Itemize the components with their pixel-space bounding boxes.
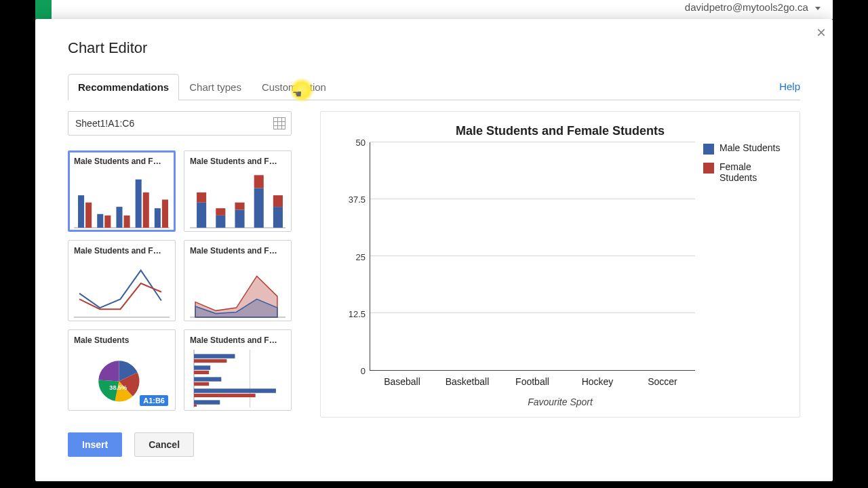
gridline	[370, 312, 695, 313]
thumb-preview	[74, 260, 170, 318]
y-tick-label: 12.5	[349, 308, 366, 319]
y-axis: 012.52537.550	[337, 142, 370, 371]
tab-label: Customization	[262, 81, 326, 93]
thumb-title: Male Students and F…	[74, 157, 170, 167]
thumb-range-badge: A1:B6	[140, 395, 168, 406]
gridline	[370, 256, 695, 256]
svg-rect-31	[194, 400, 220, 404]
svg-rect-32	[194, 359, 226, 363]
legend-item: Female Students	[703, 161, 783, 183]
svg-rect-19	[254, 175, 264, 188]
svg-rect-2	[97, 214, 103, 228]
svg-rect-7	[104, 216, 111, 228]
button-label: Cancel	[149, 439, 180, 450]
account-email-text: davidpetro@mytools2go.ca	[685, 1, 808, 13]
insert-button[interactable]: Insert	[68, 432, 122, 457]
svg-rect-13	[197, 192, 206, 203]
chart-editor-modal: × Chart Editor Recommendations Chart typ…	[35, 19, 833, 481]
thumb-title: Male Students and F…	[190, 336, 285, 346]
tabs-row: Recommendations Chart types Customizatio…	[68, 73, 800, 100]
y-tick-label: 25	[356, 251, 366, 262]
help-link-text: Help	[779, 81, 800, 92]
svg-rect-6	[85, 203, 92, 228]
x-axis-title: Favourite Sport	[337, 396, 783, 407]
x-tick-label: Baseball	[370, 371, 435, 387]
legend-swatch-icon	[703, 144, 714, 155]
recommendation-thumb-area[interactable]: Male Students and F…	[184, 240, 292, 321]
svg-rect-10	[162, 200, 168, 228]
svg-rect-14	[216, 216, 225, 228]
thumb-title: Male Students and F…	[190, 246, 285, 256]
recommendation-thumb-line[interactable]: Male Students and F…	[68, 240, 176, 321]
svg-rect-30	[194, 388, 276, 392]
sheets-app-background: davidpetro@mytools2go.ca	[35, 0, 833, 19]
select-range-icon[interactable]	[273, 117, 285, 129]
legend-label: Female Students	[719, 161, 783, 183]
svg-rect-27	[194, 354, 235, 358]
svg-rect-20	[273, 207, 283, 228]
svg-rect-17	[235, 203, 244, 210]
button-label: Insert	[82, 439, 108, 450]
x-axis-labels: BaseballBasketballFootballHockeySoccer	[370, 371, 695, 387]
thumb-preview	[74, 171, 170, 228]
svg-rect-29	[194, 377, 221, 381]
thumb-preview	[190, 260, 285, 318]
recommendation-thumb-pie[interactable]: Male Students	[68, 329, 176, 411]
legend-item: Male Students	[703, 142, 783, 155]
svg-text:38.5%: 38.5%	[109, 384, 127, 391]
x-tick-label: Soccer	[630, 371, 695, 387]
thumb-preview: 38.5% A1:B6	[74, 350, 170, 407]
cancel-button[interactable]: Cancel	[134, 432, 194, 457]
account-caret-icon	[815, 7, 821, 10]
svg-rect-16	[235, 209, 244, 228]
x-tick-label: Basketball	[435, 371, 500, 387]
y-tick-label: 50	[356, 138, 366, 148]
svg-rect-28	[194, 365, 210, 369]
svg-rect-33	[194, 371, 209, 374]
svg-rect-36	[194, 405, 197, 407]
recommendation-thumb-stacked-bar[interactable]: Male Students and F…	[184, 150, 292, 232]
account-email[interactable]: davidpetro@mytools2go.ca	[685, 1, 821, 13]
tab-recommendations[interactable]: Recommendations	[68, 74, 179, 100]
svg-rect-15	[216, 208, 225, 216]
legend: Male StudentsFemale Students	[695, 142, 783, 371]
y-tick-label: 0	[361, 366, 366, 376]
bars-area	[370, 142, 695, 370]
thumb-title: Male Students and F…	[74, 246, 170, 256]
tab-label: Chart types	[189, 81, 241, 93]
x-tick-label: Hockey	[565, 371, 630, 387]
chart-title: Male Students and Female Students	[337, 124, 783, 138]
dialog-title: Chart Editor	[68, 39, 800, 57]
thumb-title: Male Students and F…	[190, 157, 285, 167]
thumb-title: Male Students	[74, 336, 170, 346]
tab-customization[interactable]: Customization ☚	[252, 74, 336, 100]
svg-rect-8	[124, 216, 130, 228]
svg-rect-5	[155, 208, 161, 228]
svg-rect-35	[194, 394, 256, 397]
legend-label: Male Students	[719, 142, 781, 155]
svg-rect-3	[116, 207, 122, 228]
gridline	[370, 142, 695, 142]
thumb-preview	[190, 350, 285, 407]
x-tick-label: Football	[500, 371, 565, 387]
plot-area	[370, 142, 695, 371]
help-link[interactable]: Help	[779, 74, 800, 100]
legend-swatch-icon	[703, 163, 714, 174]
thumb-preview	[190, 171, 285, 228]
svg-rect-12	[197, 203, 206, 228]
chart-preview: Male Students and Female Students 012.52…	[320, 111, 800, 418]
tab-chart-types[interactable]: Chart types	[179, 74, 252, 100]
recommendation-thumb-hbar[interactable]: Male Students and F…	[184, 329, 292, 411]
recommendation-thumb-grouped-bar[interactable]: Male Students and F…	[68, 150, 176, 232]
sheets-logo-icon	[35, 0, 52, 19]
svg-rect-1	[78, 195, 84, 228]
gridline	[370, 199, 695, 199]
y-tick-label: 37.5	[349, 195, 366, 205]
svg-rect-18	[254, 188, 264, 228]
tab-label: Recommendations	[78, 81, 169, 93]
svg-rect-4	[136, 180, 142, 228]
svg-rect-9	[143, 192, 149, 228]
svg-rect-21	[273, 195, 283, 207]
data-range-input[interactable]: Sheet1!A1:C6	[68, 111, 292, 136]
svg-rect-34	[194, 382, 209, 386]
